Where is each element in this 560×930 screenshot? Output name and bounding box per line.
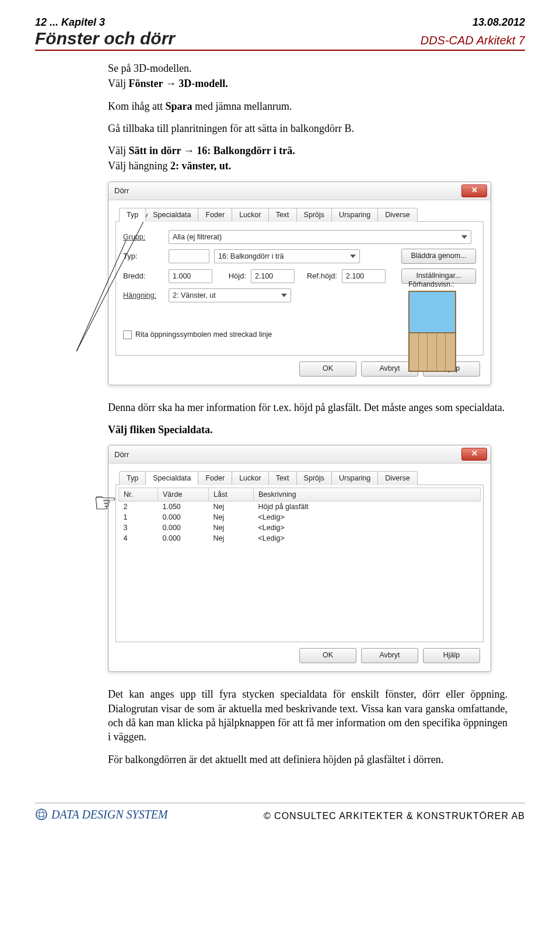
tab-sprojs[interactable]: Spröjs [296, 208, 332, 222]
page-title: Fönster och dörr [35, 29, 175, 48]
svg-point-4 [39, 809, 43, 820]
tab-diverse[interactable]: Diverse [377, 208, 417, 222]
bredd-input[interactable]: 1.000 [169, 269, 212, 283]
door-preview-image [408, 291, 456, 372]
tab-typ[interactable]: Typ [119, 471, 146, 485]
dialog-title: Dörr [114, 186, 129, 195]
tab-sprojs[interactable]: Spröjs [296, 471, 332, 485]
outro-text: Det kan anges upp till fyra stycken spec… [108, 687, 508, 766]
close-button[interactable]: ✕ [461, 448, 487, 461]
tab-specialdata[interactable]: Specialdata [145, 208, 198, 222]
page-footer: DATA DESIGN SYSTEM © CONSULTEC ARKITEKTE… [35, 803, 525, 821]
tabs: Typ Specialdata Foder Luckor Text Spröjs… [116, 207, 484, 222]
chevron-down-icon [350, 255, 356, 258]
label-hangning: Hängning: [123, 291, 164, 299]
col-nr: Nr. [119, 488, 158, 501]
checkbox-box [123, 330, 132, 339]
door-dialog-typ: Dörr ✕ Typ Specialdata Foder Luckor Text… [108, 182, 491, 385]
svg-point-3 [36, 813, 47, 817]
page-header: 12 ... Kapitel 3 13.08.2012 [35, 16, 525, 29]
tab-foder[interactable]: Foder [198, 471, 232, 485]
chapter-label: 12 ... Kapitel 3 [35, 16, 105, 29]
tab-luckor[interactable]: Luckor [232, 208, 269, 222]
hojd-input[interactable]: 2.100 [251, 269, 295, 283]
label-typ: Typ: [123, 252, 164, 260]
close-icon: ✕ [471, 449, 478, 458]
label-refhojd: Ref.höjd: [299, 271, 337, 280]
browse-button[interactable]: Bläddra genom... [401, 249, 476, 264]
tab-foder[interactable]: Foder [198, 208, 232, 222]
label-grupp: Grupp: [123, 233, 164, 241]
mid-text: Denna dörr ska ha mer information för t.… [108, 400, 508, 437]
intro-line3: Kom ihåg att Spara med jämna mellanrum. [108, 99, 508, 113]
typ-combobox[interactable]: 16: Balkongdörr i trä [214, 249, 360, 263]
close-icon: ✕ [471, 186, 478, 194]
tab-ursparing[interactable]: Ursparing [331, 471, 378, 485]
tabs: Typ Specialdata Foder Luckor Text Spröjs… [116, 471, 484, 485]
intro-line1: Se på 3D-modellen. [108, 61, 508, 75]
door-dialog-specialdata: Dörr ✕ Typ Specialdata Foder Luckor Text… [108, 445, 491, 672]
col-beskrivning: Beskrivning [254, 488, 481, 501]
intro-line5: Välj Sätt in dörr → 16: Balkongdörr i tr… [108, 144, 508, 158]
label-preview: Förhandsvisn.: [408, 280, 454, 288]
hangning-combobox[interactable]: 2: Vänster, ut [169, 288, 291, 302]
intro-text: Se på 3D-modellen. Välj Fönster → 3D-mod… [108, 61, 508, 173]
preview-area: Förhandsvisn.: [408, 280, 473, 372]
refhojd-input[interactable]: 2.100 [342, 269, 386, 283]
outro-p1: Det kan anges upp till fyra stycken spec… [108, 687, 508, 744]
globe-icon [35, 808, 48, 821]
chevron-down-icon [461, 235, 467, 239]
typ-code-input[interactable] [169, 249, 209, 263]
intro-line6: Välj hängning 2: vänster, ut. [108, 159, 508, 173]
tab-ursparing[interactable]: Ursparing [331, 208, 378, 222]
mid-p1: Denna dörr ska ha mer information för t.… [108, 400, 508, 415]
label-bredd: Bredd: [123, 271, 164, 280]
dialog-title: Dörr [114, 450, 129, 459]
tab-typ[interactable]: Typ [119, 208, 146, 222]
ok-button[interactable]: OK [299, 648, 356, 663]
table-row[interactable]: 3 0.000 Nej <Ledig> [119, 523, 481, 533]
help-button[interactable]: Hjälp [423, 648, 480, 663]
dialog-titlebar: Dörr ✕ [108, 182, 491, 200]
tab-diverse[interactable]: Diverse [377, 471, 417, 485]
col-last: Låst [209, 488, 254, 501]
close-button[interactable]: ✕ [461, 184, 487, 197]
title-row: Fönster och dörr DDS-CAD Arkitekt 7 [35, 29, 525, 51]
pointing-hand-icon: ☞ [93, 487, 117, 518]
dialog-titlebar: Dörr ✕ [108, 445, 491, 464]
tab-text[interactable]: Text [268, 471, 297, 485]
cancel-button[interactable]: Avbryt [361, 648, 418, 663]
grupp-combobox[interactable]: Alla (ej filtrerat) [169, 230, 471, 244]
tab-specialdata[interactable]: Specialdata [145, 471, 198, 485]
dds-logo: DATA DESIGN SYSTEM [35, 808, 168, 821]
table-row[interactable]: 1 0.000 Nej <Ledig> [119, 512, 481, 523]
tab-panel-typ: Grupp: Alla (ej filtrerat) Typ: 16: Balk… [116, 222, 484, 356]
intro-line4: Gå tillbaka till planritningen för att s… [108, 121, 508, 135]
mid-p2: Välj fliken Specialdata. [108, 423, 508, 437]
tab-luckor[interactable]: Luckor [232, 471, 269, 485]
date-label: 13.08.2012 [473, 16, 525, 29]
intro-line2: Välj Fönster → 3D-modell. [108, 76, 508, 90]
table-row[interactable]: 2 1.050 Nej Höjd på glasfält [119, 501, 481, 513]
svg-point-2 [36, 809, 47, 820]
tab-text[interactable]: Text [268, 208, 297, 222]
table-row[interactable]: 4 0.000 Nej <Ledig> [119, 533, 481, 544]
app-name: DDS-CAD Arkitekt 7 [421, 34, 525, 47]
outro-p2: För balkongdörren är det aktuellt med at… [108, 753, 508, 767]
specialdata-table: Nr. Värde Låst Beskrivning 2 1.050 Nej [118, 487, 481, 544]
tab-panel-specialdata: Nr. Värde Låst Beskrivning 2 1.050 Nej [116, 485, 484, 642]
label-hojd: Höjd: [217, 271, 246, 280]
chevron-down-icon [281, 294, 287, 297]
copyright: © CONSULTEC ARKITEKTER & KONSTRUKTÖRER A… [264, 811, 525, 821]
ok-button[interactable]: OK [299, 361, 356, 377]
col-varde: Värde [158, 488, 209, 501]
